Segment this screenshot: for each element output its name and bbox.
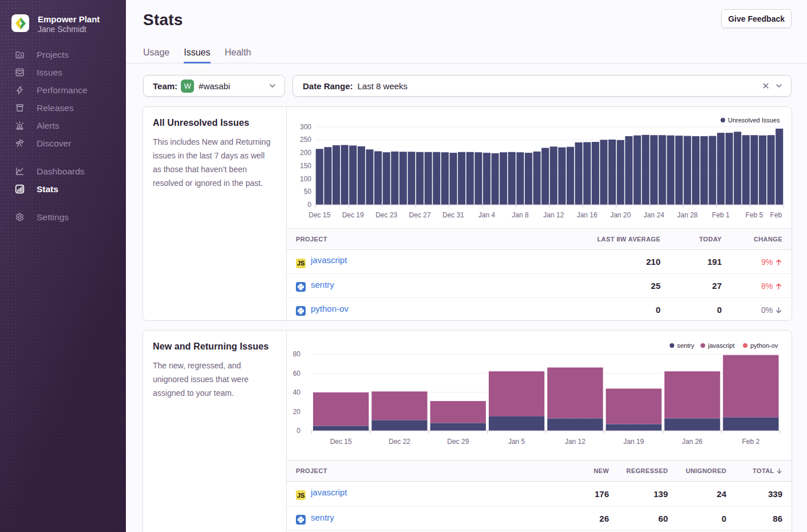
svg-text:80: 80 bbox=[293, 350, 301, 358]
svg-text:Feb 2: Feb 2 bbox=[742, 438, 759, 446]
svg-text:200: 200 bbox=[300, 149, 311, 157]
svg-text:40: 40 bbox=[293, 388, 301, 396]
svg-text:Dec 15: Dec 15 bbox=[308, 211, 330, 219]
svg-text:Jan 19: Jan 19 bbox=[623, 438, 644, 446]
svg-text:Dec 29: Dec 29 bbox=[447, 438, 469, 446]
svg-text:Jan 5: Jan 5 bbox=[508, 438, 525, 446]
svg-text:Jan 4: Jan 4 bbox=[478, 211, 496, 219]
svg-text:Jan 8: Jan 8 bbox=[512, 211, 529, 219]
svg-text:250: 250 bbox=[300, 136, 311, 144]
svg-text:Unresolved Issues: Unresolved Issues bbox=[728, 117, 780, 124]
svg-text:Jan 16: Jan 16 bbox=[577, 211, 598, 219]
svg-text:60: 60 bbox=[293, 370, 301, 378]
svg-text:Jan 12: Jan 12 bbox=[565, 438, 586, 446]
svg-text:100: 100 bbox=[300, 175, 311, 183]
svg-text:0: 0 bbox=[296, 427, 300, 435]
svg-text:150: 150 bbox=[300, 162, 311, 170]
svg-text:Dec 22: Dec 22 bbox=[389, 438, 410, 446]
svg-text:50: 50 bbox=[304, 188, 312, 196]
svg-text:Feb 5: Feb 5 bbox=[746, 211, 764, 219]
svg-text:300: 300 bbox=[300, 123, 311, 131]
svg-text:Dec 23: Dec 23 bbox=[375, 211, 397, 219]
svg-text:Feb 1: Feb 1 bbox=[712, 211, 730, 219]
svg-text:Dec 31: Dec 31 bbox=[442, 211, 464, 219]
svg-text:Feb: Feb bbox=[770, 211, 782, 219]
svg-text:Jan 26: Jan 26 bbox=[682, 438, 702, 446]
svg-text:sentry: sentry bbox=[677, 342, 694, 349]
svg-text:python-ov: python-ov bbox=[750, 342, 778, 349]
svg-text:javascript: javascript bbox=[707, 342, 734, 349]
svg-text:Dec 19: Dec 19 bbox=[342, 211, 364, 219]
svg-text:Dec 27: Dec 27 bbox=[409, 211, 431, 219]
svg-text:0: 0 bbox=[307, 201, 311, 209]
svg-text:Dec 15: Dec 15 bbox=[330, 438, 352, 446]
svg-text:Jan 28: Jan 28 bbox=[677, 211, 698, 219]
svg-text:Jan 24: Jan 24 bbox=[644, 211, 664, 219]
svg-text:Jan 12: Jan 12 bbox=[543, 211, 564, 219]
svg-text:20: 20 bbox=[293, 408, 301, 416]
svg-text:Jan 20: Jan 20 bbox=[610, 211, 631, 219]
